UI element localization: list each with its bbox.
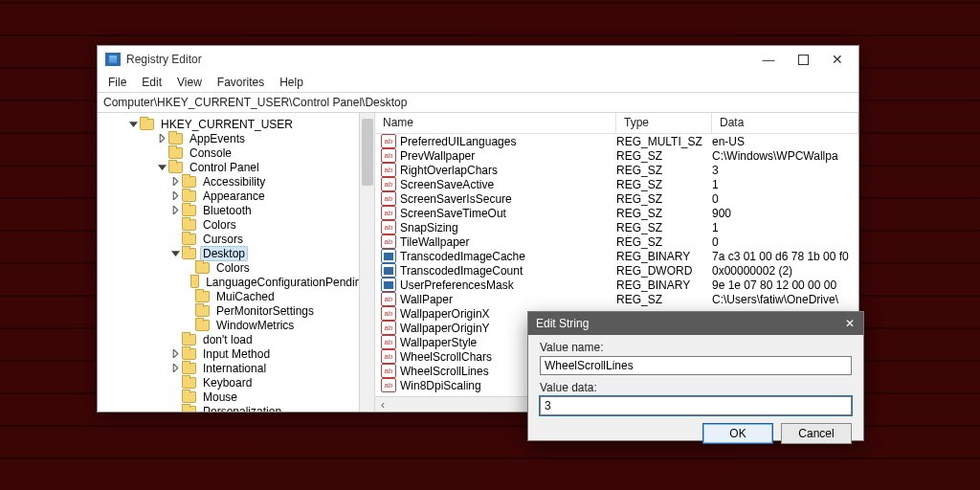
value-name: WallpaperOriginX [400, 307, 490, 321]
tree-row[interactable]: Appearance [98, 189, 374, 203]
tree-row[interactable]: MuiCached [98, 289, 374, 303]
value-name: ScreenSaveTimeOut [400, 207, 506, 220]
tree-row[interactable]: Desktop [98, 246, 374, 260]
value-string-icon [381, 191, 396, 206]
minimize-button[interactable]: — [751, 46, 786, 73]
tree-row[interactable]: don't load [98, 332, 374, 346]
folder-icon [195, 262, 210, 274]
address-bar[interactable]: Computer\HKEY_CURRENT_USER\Control Panel… [98, 92, 858, 113]
tree-row[interactable]: LanguageConfigurationPending [98, 275, 374, 289]
titlebar[interactable]: Registry Editor — ✕ [98, 46, 858, 73]
column-name[interactable]: Name [375, 113, 616, 133]
chevron-right-icon[interactable] [168, 349, 182, 358]
tree-row[interactable]: Colors [98, 260, 374, 275]
list-row[interactable]: TranscodedImageCacheREG_BINARY7a c3 01 0… [375, 249, 858, 263]
list-header: Name Type Data [375, 113, 858, 134]
cancel-button[interactable]: Cancel [781, 423, 852, 444]
folder-icon [182, 334, 196, 345]
tree-row[interactable]: PerMonitorSettings [98, 303, 374, 318]
list-row[interactable]: WallPaperREG_SZC:\Users\fatiw\OneDrive\ [375, 292, 858, 306]
tree-row[interactable]: Personalization [98, 404, 374, 412]
list-row[interactable]: ScreenSaverIsSecureREG_SZ0 [375, 191, 858, 206]
menu-view[interactable]: View [170, 75, 209, 90]
tree-item-label: Control Panel [187, 161, 262, 174]
maximize-button[interactable] [786, 46, 820, 73]
tree-row[interactable]: Control Panel [98, 160, 374, 174]
folder-icon [195, 291, 210, 302]
scrollbar-thumb[interactable] [362, 119, 373, 186]
folder-icon [182, 391, 196, 403]
tree-row[interactable]: Colors [98, 217, 374, 232]
tree-row[interactable]: Input Method [98, 346, 374, 361]
folder-icon [182, 176, 196, 188]
chevron-down-icon[interactable] [168, 249, 182, 257]
list-row[interactable]: UserPreferencesMaskREG_BINARY9e 1e 07 80… [375, 278, 858, 292]
dialog-title: Edit String [536, 317, 836, 330]
value-name: Win8DpiScaling [400, 379, 481, 392]
ok-button[interactable]: OK [702, 423, 773, 444]
folder-icon [182, 190, 196, 202]
tree-scrollbar[interactable] [359, 113, 374, 412]
tree-row[interactable]: WindowMetrics [98, 318, 374, 332]
list-row[interactable]: TileWallpaperREG_SZ0 [375, 234, 858, 249]
tree-row[interactable]: International [98, 361, 374, 375]
tree-row[interactable]: Keyboard [98, 375, 374, 390]
folder-icon [168, 133, 183, 145]
menu-help[interactable]: Help [273, 75, 310, 90]
tree-item-label: AppEvents [187, 132, 248, 145]
tree-item-label: Cursors [200, 233, 246, 246]
value-data-input[interactable] [540, 396, 852, 415]
value-data: 0 [712, 192, 858, 206]
list-row[interactable]: RightOverlapCharsREG_SZ3 [375, 163, 858, 177]
list-row[interactable]: ScreenSaveActiveREG_SZ1 [375, 177, 858, 191]
tree-item-label: Console [187, 146, 234, 160]
list-row[interactable]: ScreenSaveTimeOutREG_SZ900 [375, 206, 858, 220]
list-row[interactable]: SnapSizingREG_SZ1 [375, 220, 858, 234]
value-data: 9e 1e 07 80 12 00 00 00 [712, 278, 858, 292]
tree-row[interactable]: HKEY_CURRENT_USER [98, 117, 374, 131]
value-string-icon [381, 148, 396, 163]
list-row[interactable]: TranscodedImageCountREG_DWORD0x00000002 … [375, 263, 858, 278]
folder-icon [182, 406, 196, 412]
chevron-right-icon[interactable] [168, 177, 182, 186]
value-type: REG_SZ [616, 207, 712, 220]
tree-row[interactable]: Bluetooth [98, 203, 374, 217]
window-title: Registry Editor [126, 53, 751, 66]
chevron-right-icon[interactable] [168, 364, 182, 372]
value-string-icon [381, 177, 396, 191]
list-row[interactable]: PreferredUILanguagesREG_MULTI_SZen-US [375, 134, 858, 148]
tree-row[interactable]: Cursors [98, 232, 374, 246]
menu-file[interactable]: File [101, 75, 133, 90]
value-data: C:\Users\fatiw\OneDrive\ [712, 293, 858, 306]
tree-item-label: MuiCached [213, 290, 278, 303]
folder-icon [182, 205, 196, 216]
chevron-down-icon[interactable] [155, 163, 168, 171]
chevron-right-icon[interactable] [168, 206, 182, 214]
tree-item-label: Personalization [200, 405, 284, 412]
menu-favorites[interactable]: Favorites [211, 75, 271, 90]
chevron-down-icon[interactable] [126, 120, 140, 128]
value-string-icon [381, 335, 396, 349]
tree-item-label: Input Method [200, 347, 273, 361]
column-type[interactable]: Type [616, 113, 712, 133]
value-name: ScreenSaveActive [400, 178, 494, 191]
tree-row[interactable]: AppEvents [98, 131, 374, 145]
chevron-right-icon[interactable] [168, 191, 182, 200]
scroll-left-arrow-icon[interactable]: ‹ [375, 397, 390, 412]
menu-edit[interactable]: Edit [135, 75, 168, 90]
value-name-input[interactable] [540, 356, 852, 375]
tree-row[interactable]: Accessibility [98, 174, 374, 189]
dialog-titlebar[interactable]: Edit String ✕ [528, 312, 863, 335]
value-name: TileWallpaper [400, 235, 469, 249]
value-string-icon [381, 306, 396, 321]
value-type: REG_SZ [616, 221, 712, 234]
tree-row[interactable]: Console [98, 145, 374, 160]
list-row[interactable]: PrevWallpaperREG_SZC:\Windows\WPCWallpa [375, 148, 858, 163]
column-data[interactable]: Data [712, 113, 858, 133]
close-button[interactable]: ✕ [820, 46, 855, 73]
tree-item-label: Appearance [200, 189, 268, 203]
dialog-close-button[interactable]: ✕ [836, 312, 863, 335]
value-string-icon [381, 349, 396, 364]
chevron-right-icon[interactable] [155, 134, 168, 143]
tree-row[interactable]: Mouse [98, 390, 374, 404]
